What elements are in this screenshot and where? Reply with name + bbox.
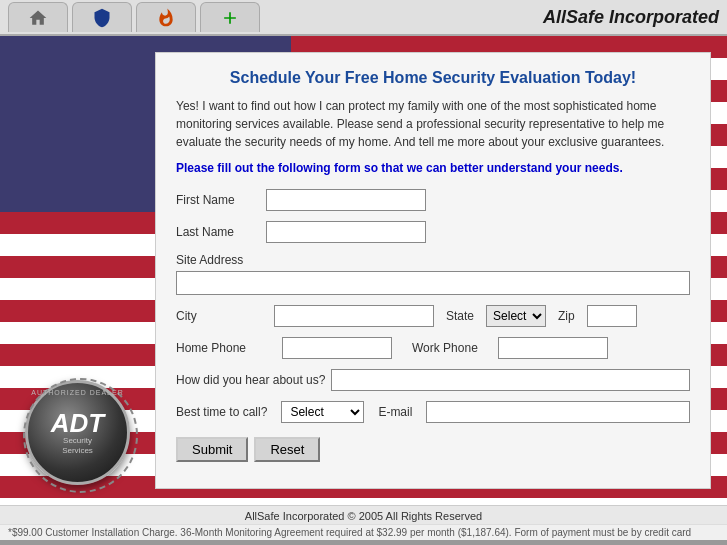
form-container: Schedule Your Free Home Security Evaluat… (155, 52, 711, 489)
first-name-label: First Name (176, 193, 266, 207)
last-name-input[interactable] (266, 221, 426, 243)
shield-icon (92, 8, 112, 28)
last-name-row: Last Name (176, 221, 690, 243)
top-navigation: AllSafe Incorporated (0, 0, 727, 36)
house-icon (28, 8, 48, 28)
last-name-label: Last Name (176, 225, 266, 239)
best-time-label: Best time to call? (176, 405, 267, 419)
address-group: Site Address (176, 253, 690, 295)
hear-label: How did you hear about us? (176, 373, 325, 387)
hear-input[interactable] (331, 369, 690, 391)
zip-input[interactable] (587, 305, 637, 327)
footer: AllSafe Incorporated © 2005 All Rights R… (0, 505, 727, 524)
first-name-row: First Name (176, 189, 690, 211)
time-select[interactable]: Select Morning Afternoon Evening (281, 401, 364, 423)
authorized-label: AUTHORIZED DEALER (31, 389, 123, 396)
footer-copyright: AllSafe Incorporated © 2005 All Rights R… (8, 510, 719, 522)
city-state-row: City State Select ALAKAZAR CACOCTDE FLGA… (176, 305, 690, 327)
tab-add[interactable] (200, 2, 260, 32)
home-phone-input[interactable] (282, 337, 392, 359)
state-select[interactable]: Select ALAKAZAR CACOCTDE FLGAHIID ILINIA… (486, 305, 546, 327)
button-row: Submit Reset (176, 437, 690, 462)
main-area: AUTHORIZED DEALER ADT SecurityServices S… (0, 36, 727, 505)
email-input[interactable] (426, 401, 690, 423)
home-phone-label: Home Phone (176, 341, 266, 355)
work-phone-label: Work Phone (412, 341, 478, 355)
tab-security[interactable] (72, 2, 132, 32)
state-label: State (446, 309, 474, 323)
site-address-label: Site Address (176, 253, 690, 267)
first-name-input[interactable] (266, 189, 426, 211)
reset-button[interactable]: Reset (254, 437, 320, 462)
adt-badge: AUTHORIZED DEALER ADT SecurityServices (25, 380, 130, 485)
plus-icon (220, 8, 240, 28)
submit-button[interactable]: Submit (176, 437, 248, 462)
left-sidebar: AUTHORIZED DEALER ADT SecurityServices (0, 36, 155, 505)
tab-fire[interactable] (136, 2, 196, 32)
zip-label: Zip (558, 309, 575, 323)
site-address-input[interactable] (176, 271, 690, 295)
flame-icon (156, 8, 176, 28)
city-input[interactable] (274, 305, 434, 327)
form-title: Schedule Your Free Home Security Evaluat… (176, 69, 690, 87)
work-phone-input[interactable] (498, 337, 608, 359)
form-instruction: Please fill out the following form so th… (176, 161, 690, 175)
footer-disclaimer: *$99.00 Customer Installation Charge. 36… (0, 524, 727, 540)
brand-title: AllSafe Incorporated (543, 7, 719, 28)
phone-row: Home Phone Work Phone (176, 337, 690, 359)
form-description: Yes! I want to find out how I can protec… (176, 97, 690, 151)
hear-row: How did you hear about us? (176, 369, 690, 391)
tab-home[interactable] (8, 2, 68, 32)
best-time-row: Best time to call? Select Morning Aftern… (176, 401, 690, 423)
email-label: E-mail (378, 405, 412, 419)
city-label: City (176, 309, 266, 323)
